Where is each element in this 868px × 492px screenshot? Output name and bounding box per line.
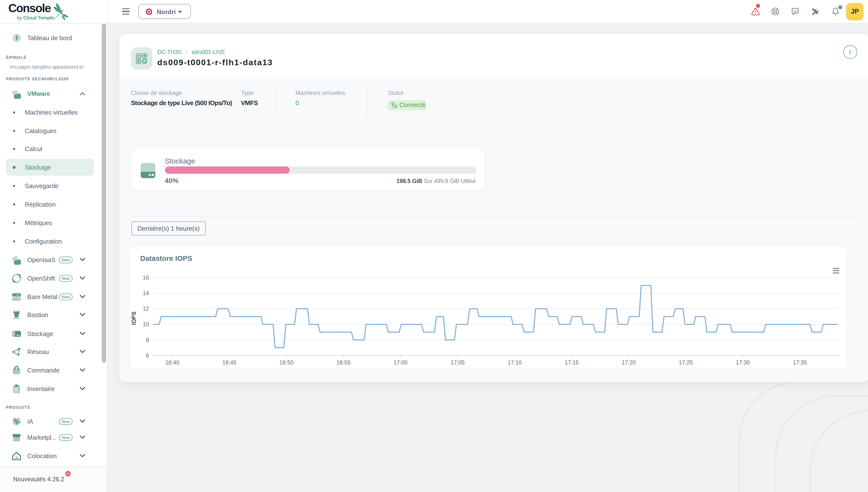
- svg-text:17:30: 17:30: [736, 359, 750, 366]
- svg-text:16:40: 16:40: [165, 359, 179, 366]
- svg-text:6: 6: [146, 352, 149, 359]
- svg-text:16:55: 16:55: [336, 359, 351, 366]
- svg-text:12: 12: [143, 305, 149, 312]
- svg-text:17:15: 17:15: [565, 359, 579, 366]
- svg-text:17:05: 17:05: [451, 359, 465, 366]
- svg-text:17:25: 17:25: [679, 359, 693, 366]
- svg-text:17:00: 17:00: [393, 359, 408, 366]
- svg-text:16:50: 16:50: [280, 359, 293, 366]
- svg-text:17:20: 17:20: [622, 359, 636, 366]
- svg-text:IOPS: IOPS: [131, 312, 137, 325]
- svg-text:16: 16: [143, 274, 149, 280]
- svg-text:14: 14: [143, 290, 149, 296]
- svg-text:10: 10: [143, 321, 149, 327]
- svg-text:17:10: 17:10: [508, 359, 522, 366]
- svg-text:8: 8: [146, 337, 149, 343]
- svg-text:16:45: 16:45: [222, 359, 237, 366]
- svg-text:17:35: 17:35: [793, 359, 807, 366]
